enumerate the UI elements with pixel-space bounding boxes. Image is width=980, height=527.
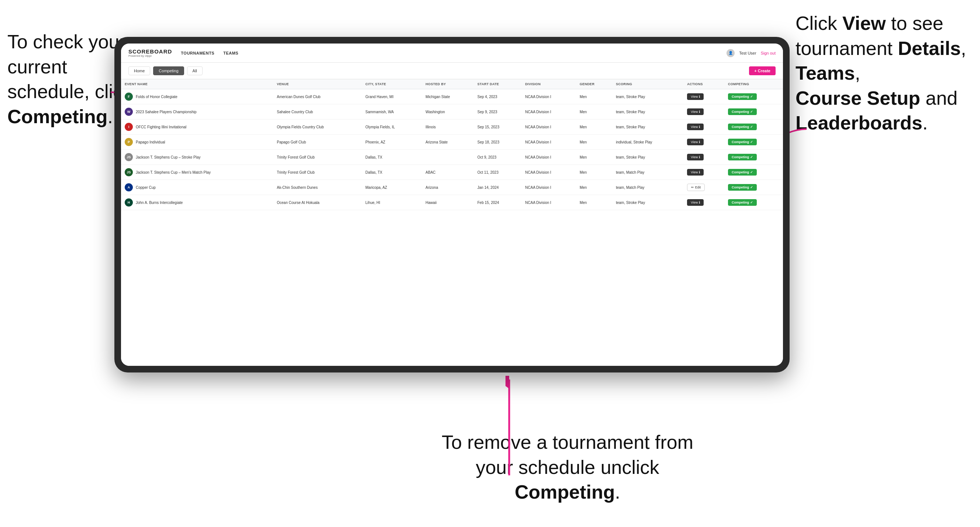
event-name-cell-7: H John A. Burns Intercollegiate bbox=[121, 195, 273, 210]
user-name: Test User bbox=[739, 51, 756, 55]
team-logo: F bbox=[125, 92, 133, 101]
view-button-4[interactable]: View ℹ bbox=[687, 154, 704, 160]
filter-all[interactable]: All bbox=[187, 67, 202, 75]
competing-button-7[interactable]: Competing ✓ bbox=[728, 199, 757, 206]
start-date-cell-4: Oct 9, 2023 bbox=[474, 150, 522, 165]
competing-button-5[interactable]: Competing ✓ bbox=[728, 169, 757, 176]
annotation-bottom: To remove a tournament from your schedul… bbox=[438, 430, 697, 505]
view-button-0[interactable]: View ℹ bbox=[687, 93, 704, 100]
event-name: OFCC Fighting Illini Invitational bbox=[136, 125, 186, 129]
start-date-cell-7: Feb 15, 2024 bbox=[474, 195, 522, 210]
venue-cell-1: Sahalee Country Club bbox=[273, 104, 361, 119]
scoring-cell-6: team, Match Play bbox=[612, 180, 683, 195]
division-cell-1: NCAA Division I bbox=[521, 104, 576, 119]
scoring-cell-3: individual, Stroke Play bbox=[612, 135, 683, 150]
scoreboard-logo: SCOREBOARD Powered by clippi bbox=[129, 49, 172, 57]
view-button-1[interactable]: View ℹ bbox=[687, 108, 704, 115]
competing-cell-3[interactable]: Competing ✓ bbox=[724, 135, 783, 150]
hosted-cell-0: Michigan State bbox=[422, 89, 473, 104]
competing-cell-1[interactable]: Competing ✓ bbox=[724, 104, 783, 119]
scoring-cell-1: team, Stroke Play bbox=[612, 104, 683, 119]
competing-cell-5[interactable]: Competing ✓ bbox=[724, 165, 783, 180]
table-row: P Papago Individual Papago Golf ClubPhoe… bbox=[121, 135, 783, 150]
city-cell-0: Grand Haven, MI bbox=[361, 89, 422, 104]
col-division: DIVISION bbox=[521, 79, 576, 89]
actions-cell-1[interactable]: View ℹ bbox=[683, 104, 724, 119]
gender-cell-4: Men bbox=[576, 150, 612, 165]
gender-cell-1: Men bbox=[576, 104, 612, 119]
col-venue: VENUE bbox=[273, 79, 361, 89]
arrow-bottom bbox=[506, 376, 513, 479]
event-name: John A. Burns Intercollegiate bbox=[136, 201, 183, 205]
tournaments-table-container: EVENT NAME VENUE CITY, STATE HOSTED BY S… bbox=[121, 79, 783, 366]
competing-button-6[interactable]: Competing ✓ bbox=[728, 184, 757, 190]
competing-cell-7[interactable]: Competing ✓ bbox=[724, 195, 783, 210]
view-button-5[interactable]: View ℹ bbox=[687, 169, 704, 176]
event-name: Jackson T. Stephens Cup – Stroke Play bbox=[136, 155, 200, 159]
scoring-cell-4: team, Stroke Play bbox=[612, 150, 683, 165]
view-button-7[interactable]: View ℹ bbox=[687, 199, 704, 206]
city-cell-7: Lihue, HI bbox=[361, 195, 422, 210]
team-logo: JS bbox=[125, 168, 133, 176]
col-actions: ACTIONS bbox=[683, 79, 724, 89]
venue-cell-5: Trinity Forest Golf Club bbox=[273, 165, 361, 180]
competing-cell-0[interactable]: Competing ✓ bbox=[724, 89, 783, 104]
team-logo: H bbox=[125, 198, 133, 206]
nav-teams[interactable]: TEAMS bbox=[223, 51, 239, 55]
view-button-2[interactable]: View ℹ bbox=[687, 124, 704, 130]
filter-home[interactable]: Home bbox=[129, 67, 150, 75]
competing-cell-2[interactable]: Competing ✓ bbox=[724, 119, 783, 135]
app-header: SCOREBOARD Powered by clippi TOURNAMENTS… bbox=[121, 43, 783, 63]
event-name: Folds of Honor Collegiate bbox=[136, 95, 178, 99]
start-date-cell-3: Sep 18, 2023 bbox=[474, 135, 522, 150]
competing-cell-4[interactable]: Competing ✓ bbox=[724, 150, 783, 165]
gender-cell-6: Men bbox=[576, 180, 612, 195]
table-row: I OFCC Fighting Illini Invitational Olym… bbox=[121, 119, 783, 135]
hosted-cell-3: Arizona State bbox=[422, 135, 473, 150]
competing-cell-6[interactable]: Competing ✓ bbox=[724, 180, 783, 195]
gender-cell-2: Men bbox=[576, 119, 612, 135]
event-name-cell-6: A Copper Cup bbox=[121, 180, 273, 195]
event-name: Papago Individual bbox=[136, 140, 165, 144]
team-logo: I bbox=[125, 123, 133, 131]
tablet-screen: SCOREBOARD Powered by clippi TOURNAMENTS… bbox=[121, 43, 783, 366]
table-row: A Copper Cup Ak-Chin Southern DunesMaric… bbox=[121, 180, 783, 195]
logo-subtext: Powered by clippi bbox=[129, 55, 172, 57]
competing-button-0[interactable]: Competing ✓ bbox=[728, 93, 757, 100]
venue-cell-2: Olympia Fields Country Club bbox=[273, 119, 361, 135]
edit-button-6[interactable]: ✏ Edit bbox=[687, 184, 705, 191]
actions-cell-6[interactable]: ✏ Edit bbox=[683, 180, 724, 195]
competing-button-3[interactable]: Competing ✓ bbox=[728, 139, 757, 145]
city-cell-3: Phoenix, AZ bbox=[361, 135, 422, 150]
sign-out-link[interactable]: Sign out bbox=[761, 51, 776, 55]
start-date-cell-6: Jan 14, 2024 bbox=[474, 180, 522, 195]
scoring-cell-5: team, Match Play bbox=[612, 165, 683, 180]
filter-bar: Home Competing All + Create bbox=[121, 63, 783, 79]
competing-button-4[interactable]: Competing ✓ bbox=[728, 154, 757, 160]
create-button[interactable]: + Create bbox=[749, 67, 776, 75]
team-logo: A bbox=[125, 183, 133, 191]
competing-button-2[interactable]: Competing ✓ bbox=[728, 124, 757, 130]
actions-cell-4[interactable]: View ℹ bbox=[683, 150, 724, 165]
actions-cell-2[interactable]: View ℹ bbox=[683, 119, 724, 135]
start-date-cell-5: Oct 11, 2023 bbox=[474, 165, 522, 180]
competing-button-1[interactable]: Competing ✓ bbox=[728, 108, 757, 115]
event-name-cell-1: W 2023 Sahalee Players Championship bbox=[121, 104, 273, 119]
filter-competing[interactable]: Competing bbox=[153, 67, 184, 75]
event-name: Copper Cup bbox=[136, 186, 156, 190]
hosted-cell-7: Hawaii bbox=[422, 195, 473, 210]
user-icon: 👤 bbox=[727, 49, 735, 57]
scoring-cell-7: team, Stroke Play bbox=[612, 195, 683, 210]
actions-cell-7[interactable]: View ℹ bbox=[683, 195, 724, 210]
city-cell-1: Sammamish, WA bbox=[361, 104, 422, 119]
nav-tournaments[interactable]: TOURNAMENTS bbox=[181, 51, 215, 55]
division-cell-5: NCAA Division I bbox=[521, 165, 576, 180]
scoring-cell-2: team, Stroke Play bbox=[612, 119, 683, 135]
division-cell-6: NCAA Division I bbox=[521, 180, 576, 195]
actions-cell-0[interactable]: View ℹ bbox=[683, 89, 724, 104]
hosted-cell-4 bbox=[422, 150, 473, 165]
actions-cell-3[interactable]: View ℹ bbox=[683, 135, 724, 150]
view-button-3[interactable]: View ℹ bbox=[687, 139, 704, 145]
city-cell-4: Dallas, TX bbox=[361, 150, 422, 165]
actions-cell-5[interactable]: View ℹ bbox=[683, 165, 724, 180]
